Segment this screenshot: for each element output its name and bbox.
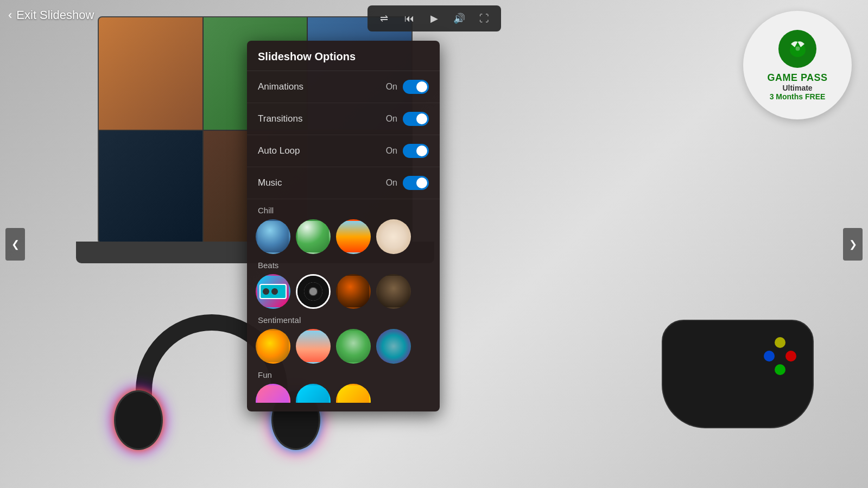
transitions-value: On — [386, 114, 397, 124]
music-right: On — [386, 176, 429, 190]
animations-option-row[interactable]: Animations On — [247, 71, 440, 103]
game-controller — [651, 303, 825, 445]
animations-right: On — [386, 80, 429, 94]
music-item-fun-1[interactable] — [256, 384, 290, 403]
animations-toggle[interactable] — [403, 80, 429, 94]
slideshow-toolbar: ⇌ ⏮ ▶ 🔊 ⛶ — [368, 5, 501, 31]
xbox-icon — [785, 36, 810, 61]
right-arrow-icon: ❯ — [849, 238, 857, 250]
music-item-beats-3[interactable] — [336, 274, 371, 309]
chill-category-label: Chill — [256, 199, 431, 219]
exit-slideshow-button[interactable]: ‹ Exit Slideshow — [8, 8, 94, 22]
transitions-right: On — [386, 112, 429, 126]
nav-next-button[interactable]: ❯ — [843, 228, 863, 261]
auto-loop-right: On — [386, 144, 429, 158]
volume-icon: 🔊 — [453, 12, 465, 24]
auto-loop-value: On — [386, 146, 397, 156]
btn-a — [775, 364, 785, 375]
music-item-beats-2[interactable] — [296, 274, 331, 309]
game-pass-offer: 3 Months FREE — [770, 92, 826, 101]
music-item-chill-1[interactable] — [256, 219, 290, 254]
transitions-label: Transitions — [258, 113, 303, 124]
play-icon: ▶ — [430, 12, 438, 24]
music-item-beats-4[interactable] — [376, 274, 411, 309]
music-toggle-knob — [416, 178, 427, 188]
music-option-row[interactable]: Music On — [247, 167, 440, 199]
fullscreen-button[interactable]: ⛶ — [473, 9, 496, 28]
play-button[interactable]: ▶ — [423, 9, 446, 28]
btn-b — [785, 351, 796, 362]
beats-music-grid — [256, 274, 431, 309]
chill-music-grid — [256, 219, 431, 254]
game-pass-badge[interactable]: GAME PASS Ultimate 3 Months FREE — [743, 11, 852, 119]
panel-title: Slideshow Options — [247, 41, 440, 71]
slideshow-options-panel: Slideshow Options Animations On Transiti… — [247, 41, 440, 411]
xbox-logo — [778, 30, 816, 68]
fun-music-grid — [256, 384, 431, 403]
auto-loop-toggle-knob — [416, 145, 427, 156]
nav-previous-button[interactable]: ❮ — [5, 228, 25, 261]
music-toggle[interactable] — [403, 176, 429, 190]
music-label: Music — [258, 178, 282, 188]
auto-loop-toggle[interactable] — [403, 144, 429, 158]
transitions-toggle[interactable] — [403, 112, 429, 126]
game-pass-subtitle: Ultimate — [782, 84, 812, 92]
screen-tile — [99, 131, 202, 243]
exit-label: Exit Slideshow — [16, 8, 94, 22]
svg-point-1 — [795, 47, 800, 51]
music-item-fun-3[interactable] — [336, 384, 371, 403]
music-item-senti-4[interactable] — [376, 329, 411, 364]
auto-loop-label: Auto Loop — [258, 145, 300, 156]
sentimental-music-grid — [256, 329, 431, 364]
animations-label: Animations — [258, 81, 303, 92]
animations-value: On — [386, 82, 397, 92]
volume-button[interactable]: 🔊 — [448, 9, 471, 28]
transitions-toggle-knob — [416, 113, 427, 124]
music-item-chill-2[interactable] — [296, 219, 331, 254]
prev-icon: ⏮ — [404, 13, 414, 24]
beats-category-label: Beats — [256, 254, 431, 274]
btn-x — [764, 351, 775, 362]
auto-loop-option-row[interactable]: Auto Loop On — [247, 135, 440, 167]
controller-body — [662, 320, 814, 428]
shuffle-button[interactable]: ⇌ — [373, 9, 396, 28]
music-item-chill-4[interactable] — [376, 219, 411, 254]
btn-y — [775, 337, 785, 348]
left-arrow-icon: ❮ — [11, 238, 20, 250]
music-item-senti-3[interactable] — [336, 329, 371, 364]
back-arrow-icon: ‹ — [8, 8, 12, 22]
game-pass-title: GAME PASS — [767, 72, 827, 84]
fun-category-label: Fun — [256, 364, 431, 384]
shuffle-icon: ⇌ — [380, 12, 388, 24]
vinyl-record — [297, 276, 329, 307]
music-value: On — [386, 178, 397, 188]
music-item-chill-3[interactable] — [336, 219, 371, 254]
music-item-senti-2[interactable] — [296, 329, 331, 364]
music-item-beats-1[interactable] — [256, 274, 290, 309]
music-section: Chill Beats Sen — [247, 199, 440, 403]
music-item-senti-1[interactable] — [256, 329, 290, 364]
music-item-fun-2[interactable] — [296, 384, 331, 403]
previous-button[interactable]: ⏮ — [398, 9, 421, 28]
transitions-option-row[interactable]: Transitions On — [247, 103, 440, 135]
animations-toggle-knob — [416, 81, 427, 92]
sentimental-category-label: Sentimental — [256, 309, 431, 329]
fullscreen-icon: ⛶ — [479, 13, 489, 24]
screen-tile — [99, 17, 202, 130]
headphone-left-ear — [114, 390, 163, 450]
